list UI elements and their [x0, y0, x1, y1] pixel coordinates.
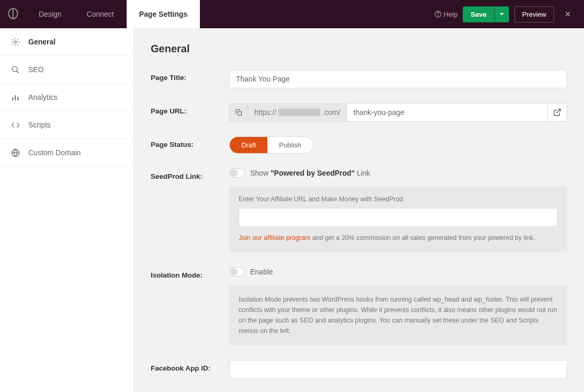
sidebar-item-seo[interactable]: SEO [0, 56, 133, 84]
sidebar-item-label: SEO [28, 65, 44, 74]
copy-icon [235, 109, 243, 117]
header: Design Connect Page Settings Help Save P… [0, 0, 584, 28]
isolation-switch-row: Enable [229, 267, 567, 276]
affiliate-program-link[interactable]: Join our affiliate program [239, 234, 310, 241]
svg-rect-8 [238, 111, 241, 115]
gear-icon [10, 37, 20, 47]
svg-rect-6 [17, 97, 18, 100]
form-row-page-url: Page URL: https://.com/ [151, 103, 567, 122]
close-icon [564, 10, 572, 18]
header-right: Help Save Preview [434, 6, 584, 22]
help-icon [434, 10, 442, 18]
page-status-label: Page Status: [151, 136, 229, 148]
search-icon [10, 65, 20, 74]
url-prefix: https://.com/ [248, 103, 347, 122]
page-title: General [151, 43, 567, 55]
status-toggle: Draft Publish [229, 136, 313, 154]
close-button[interactable] [559, 10, 576, 18]
facebook-app-id-input[interactable] [229, 360, 567, 379]
seedprod-switch-label: Show "Powered by SeedProd" Link [250, 169, 370, 177]
tab-page-settings[interactable]: Page Settings [127, 0, 200, 28]
affiliate-help: Join our affiliate program and get a 20%… [239, 233, 558, 243]
sidebar-item-label: Custom Domain [28, 148, 81, 157]
isolation-info-box: Isolation Mode prevents two WordPress ho… [229, 285, 567, 345]
content-area: General Page Title: Page URL: https://.c… [134, 28, 584, 392]
svg-point-1 [437, 16, 438, 16]
page-url-label: Page URL: [151, 103, 229, 115]
main-container: General SEO Analytics Scripts Custom Dom… [0, 28, 584, 392]
copy-url-button[interactable] [229, 103, 248, 122]
url-slug-input[interactable] [347, 103, 548, 122]
form-row-facebook-app-id: Facebook App ID: [151, 360, 567, 379]
page-title-input[interactable] [229, 70, 567, 88]
code-icon [10, 120, 20, 130]
chart-icon [10, 93, 20, 102]
leaf-icon [6, 7, 20, 21]
sidebar-item-analytics[interactable]: Analytics [0, 84, 133, 111]
svg-rect-4 [12, 97, 13, 100]
url-domain-blurred [278, 109, 320, 116]
sidebar-item-scripts[interactable]: Scripts [0, 111, 133, 139]
seedprod-link-label: SeedProd Link: [151, 168, 229, 180]
open-url-button[interactable] [548, 103, 567, 122]
affiliate-url-input[interactable] [239, 208, 558, 227]
sidebar-item-label: General [28, 38, 55, 46]
seedprod-link-switch[interactable] [229, 168, 245, 178]
sidebar-item-custom-domain[interactable]: Custom Domain [0, 139, 133, 167]
url-input-group: https://.com/ [229, 103, 567, 122]
svg-rect-5 [15, 95, 16, 100]
form-row-page-status: Page Status: Draft Publish [151, 136, 567, 154]
svg-point-2 [14, 41, 16, 43]
form-row-isolation-mode: Isolation Mode: Enable Isolation Mode pr… [151, 267, 567, 345]
isolation-enable-label: Enable [250, 268, 273, 276]
nav-tabs: Design Connect Page Settings [26, 0, 200, 28]
tab-connect[interactable]: Connect [74, 0, 127, 28]
isolation-mode-label: Isolation Mode: [151, 267, 229, 279]
logo [0, 0, 26, 28]
status-draft[interactable]: Draft [230, 137, 267, 153]
globe-icon [10, 148, 20, 157]
sidebar-item-label: Analytics [28, 93, 58, 101]
help-link[interactable]: Help [434, 10, 458, 18]
seedprod-switch-row: Show "Powered by SeedProd" Link [229, 168, 567, 178]
isolation-mode-switch[interactable] [229, 267, 245, 276]
caret-down-icon [499, 11, 504, 17]
sidebar-item-label: Scripts [28, 121, 51, 129]
save-button-group: Save [463, 6, 509, 22]
sidebar: General SEO Analytics Scripts Custom Dom… [0, 28, 134, 392]
external-link-icon [553, 108, 561, 117]
isolation-description: Isolation Mode prevents two WordPress ho… [239, 294, 558, 336]
save-button[interactable]: Save [463, 6, 494, 22]
facebook-app-id-label: Facebook App ID: [151, 360, 229, 372]
help-label: Help [444, 10, 458, 18]
affiliate-label: Enter Your Affiliate URL and Make Money … [239, 195, 558, 203]
svg-point-3 [12, 66, 17, 72]
page-title-label: Page Title: [151, 70, 229, 82]
form-row-seedprod-link: SeedProd Link: Show "Powered by SeedProd… [151, 168, 567, 252]
save-dropdown[interactable] [495, 6, 509, 22]
preview-button[interactable]: Preview [514, 6, 554, 22]
status-publish[interactable]: Publish [267, 137, 313, 153]
affiliate-box: Enter Your Affiliate URL and Make Money … [229, 186, 567, 252]
sidebar-item-general[interactable]: General [0, 28, 133, 56]
form-row-page-title: Page Title: [151, 70, 567, 88]
tab-design[interactable]: Design [26, 0, 74, 28]
